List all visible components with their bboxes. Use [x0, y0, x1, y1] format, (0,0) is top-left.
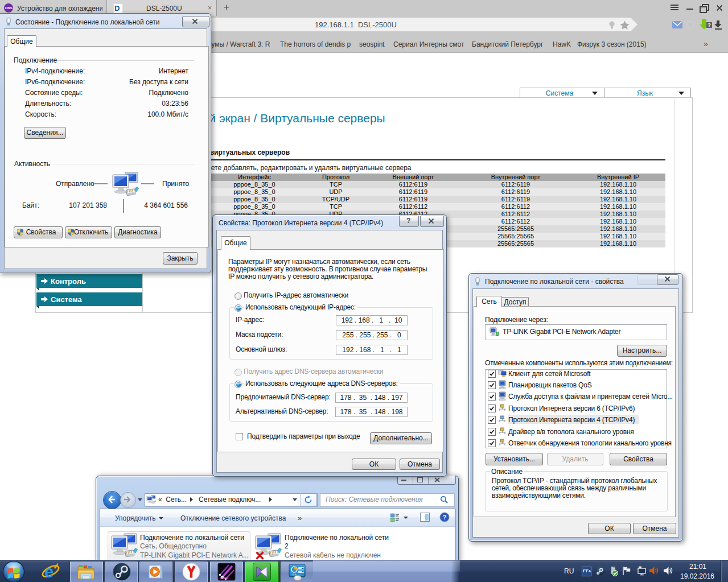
svg-text:e: e — [44, 563, 54, 581]
svg-text:?: ? — [708, 22, 711, 28]
svg-text:01810: 01810 — [220, 576, 228, 580]
svg-text:?: ? — [443, 514, 447, 521]
